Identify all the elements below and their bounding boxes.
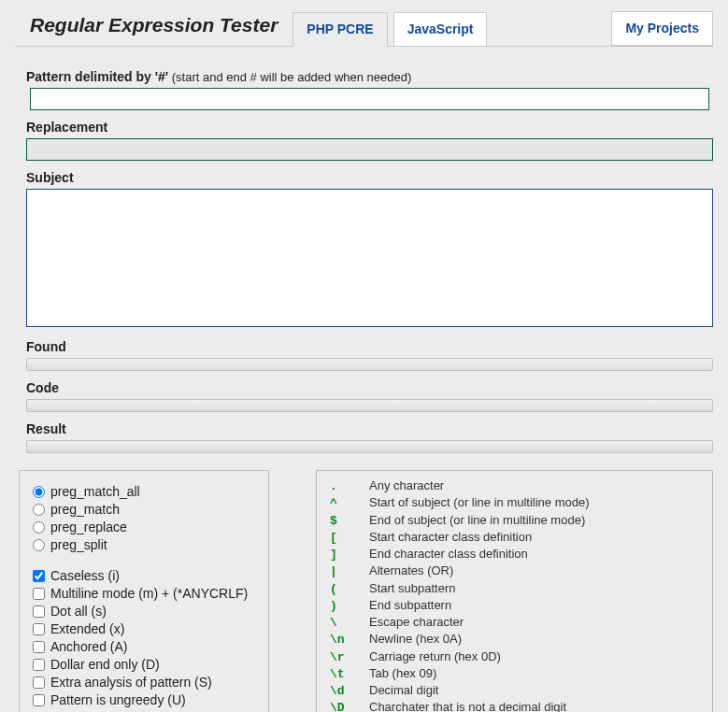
flag-multiline[interactable]: Multiline mode (m) + (*ANYCRLF): [33, 586, 255, 601]
reference-description: Start subpattern: [369, 581, 456, 596]
replacement-input[interactable]: [26, 138, 713, 161]
tab-php-pcre[interactable]: PHP PCRE: [293, 12, 387, 47]
reference-symbol: \t: [330, 667, 369, 682]
flag-checkbox[interactable]: [33, 570, 45, 582]
found-label: Found: [26, 339, 713, 354]
func-preg-replace[interactable]: preg_replace: [33, 520, 255, 534]
reference-symbol: |: [330, 564, 369, 579]
flag-label: Anchored (A): [50, 639, 127, 654]
reference-description: Newline (hex 0A): [369, 632, 462, 647]
flag-label: Multiline mode (m) + (*ANYCRLF): [50, 586, 248, 601]
header: Regular Expression Tester PHP PCRE JavaS…: [0, 0, 728, 46]
func-radio[interactable]: [33, 504, 45, 516]
result-label: Result: [26, 421, 713, 436]
subject-label: Subject: [26, 170, 713, 185]
code-label: Code: [26, 380, 713, 395]
reference-row: (Start subpattern: [330, 581, 699, 597]
flag-checkbox[interactable]: [33, 694, 45, 706]
pattern-label-text: Pattern delimited by '#': [26, 69, 168, 84]
func-label: preg_match_all: [50, 484, 140, 499]
reference-symbol: \: [330, 616, 369, 631]
pattern-hint: (start and end # will be added when need…: [168, 70, 411, 84]
reference-description: End subpattern: [369, 598, 451, 613]
pattern-label: Pattern delimited by '#' (start and end …: [26, 69, 713, 84]
flag-dotall[interactable]: Dot all (s): [33, 604, 255, 619]
flag-label: Extended (x): [50, 621, 124, 636]
reference-description: Carriage return (hex 0D): [369, 649, 501, 664]
func-radio[interactable]: [33, 486, 45, 498]
reference-description: Decimal digit: [369, 683, 438, 698]
flag-label: Dollar end only (D): [50, 657, 160, 672]
flag-checkbox[interactable]: [33, 676, 45, 689]
flag-checkbox[interactable]: [33, 605, 45, 618]
flag-label: Extra analysis of pattern (S): [50, 675, 212, 690]
func-preg-split[interactable]: preg_split: [33, 537, 255, 552]
reference-description: End of subject (or line in multiline mod…: [369, 513, 585, 528]
reference-row: \rCarriage return (hex 0D): [330, 649, 699, 665]
reference-symbol: \n: [330, 633, 369, 648]
reference-row: [Start character class definition: [330, 530, 699, 546]
replacement-label: Replacement: [26, 120, 713, 135]
reference-symbol: .: [330, 479, 369, 494]
reference-symbol: $: [330, 514, 369, 529]
func-radio[interactable]: [33, 521, 45, 534]
flag-checkbox[interactable]: [33, 623, 45, 635]
reference-row: .Any character: [330, 478, 699, 494]
flag-dollar-end[interactable]: Dollar end only (D): [33, 657, 255, 672]
reference-row: ]End character class definition: [330, 547, 699, 562]
flag-extra-analysis[interactable]: Extra analysis of pattern (S): [33, 675, 255, 690]
reference-row: \tTab (hex 09): [330, 666, 699, 682]
reference-symbol: ]: [330, 548, 369, 562]
reference-row: \DCharchater that is not a decimal digit: [330, 700, 699, 712]
reference-symbol: (: [330, 582, 369, 597]
page-title: Regular Expression Tester: [30, 14, 278, 46]
options-panel: preg_match_all preg_match preg_replace p…: [19, 470, 269, 712]
reference-description: Tab (hex 09): [369, 666, 436, 681]
reference-description: Escape character: [369, 615, 464, 630]
func-preg-match-all[interactable]: preg_match_all: [33, 484, 255, 499]
found-output: [26, 358, 713, 371]
reference-row: ^Start of subject (or line in multiline …: [330, 495, 699, 511]
my-projects-button[interactable]: My Projects: [611, 11, 713, 46]
tabs: PHP PCRE JavaScript: [293, 12, 487, 46]
flag-label: Dot all (s): [50, 604, 107, 619]
reference-symbol: \d: [330, 684, 369, 699]
flag-checkbox[interactable]: [33, 641, 45, 653]
reference-description: Start of subject (or line in multiline m…: [369, 495, 590, 510]
flag-checkbox[interactable]: [33, 588, 45, 600]
reference-row: \nNewline (hex 0A): [330, 632, 699, 648]
flag-anchored[interactable]: Anchored (A): [33, 639, 255, 654]
reference-symbol: \D: [330, 701, 369, 712]
main-form: Pattern delimited by '#' (start and end …: [0, 47, 728, 461]
reference-description: Start character class definition: [369, 530, 532, 545]
tab-javascript[interactable]: JavaScript: [393, 12, 488, 46]
lower-panels: preg_match_all preg_match preg_replace p…: [0, 461, 728, 712]
flag-extended[interactable]: Extended (x): [33, 621, 255, 636]
reference-description: Charchater that is not a decimal digit: [369, 700, 566, 712]
reference-description: End character class definition: [369, 547, 528, 562]
reference-description: Alternates (OR): [369, 563, 453, 578]
func-label: preg_match: [50, 502, 120, 517]
reference-symbol: [: [330, 531, 369, 546]
reference-row: $End of subject (or line in multiline mo…: [330, 513, 699, 529]
reference-row: \dDecimal digit: [330, 683, 699, 699]
func-label: preg_replace: [50, 520, 127, 534]
flag-checkbox[interactable]: [33, 659, 45, 671]
result-output: [26, 440, 713, 453]
reference-symbol: ): [330, 599, 369, 614]
flag-ungreedy[interactable]: Pattern is ungreedy (U): [33, 692, 255, 707]
flag-caseless[interactable]: Caseless (i): [33, 568, 255, 583]
func-label: preg_split: [50, 537, 107, 552]
pattern-input[interactable]: [30, 88, 709, 110]
func-radio[interactable]: [33, 539, 45, 551]
flag-label: Caseless (i): [50, 568, 120, 583]
reference-description: Any character: [369, 478, 444, 493]
reference-symbol: \r: [330, 650, 369, 665]
reference-symbol: ^: [330, 496, 369, 511]
subject-input[interactable]: [26, 189, 713, 327]
func-preg-match[interactable]: preg_match: [33, 502, 255, 517]
code-output: [26, 399, 713, 412]
reference-row: |Alternates (OR): [330, 563, 699, 579]
flag-label: Pattern is ungreedy (U): [50, 692, 186, 707]
reference-row: \Escape character: [330, 615, 699, 631]
